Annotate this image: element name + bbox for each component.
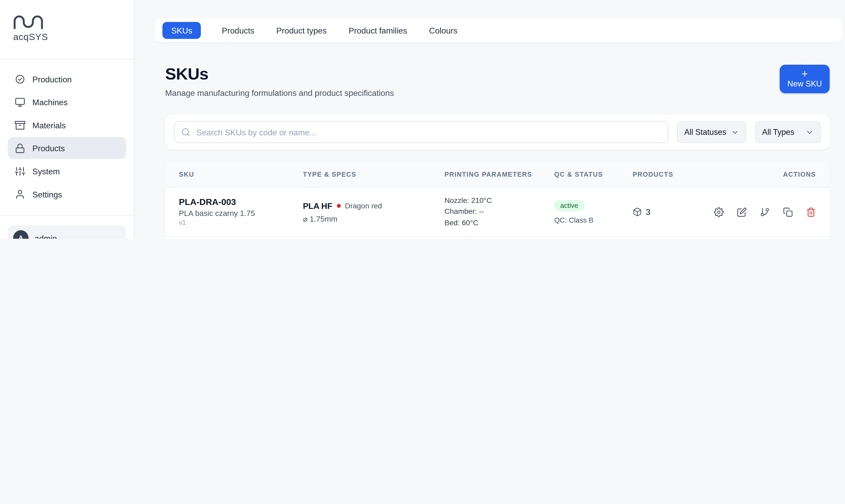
sliders-icon — [15, 166, 25, 176]
bed-temp: Bed: 60°C — [444, 217, 554, 229]
page-title: SKUs — [165, 65, 394, 84]
tab-product-families[interactable]: Product families — [347, 21, 408, 38]
column-header-type-specs: TYPE & SPECS — [303, 170, 444, 178]
nozzle-temp: Nozzle: 210°C — [444, 195, 554, 206]
search-icon — [181, 128, 190, 137]
logo: acqSYS — [0, 0, 134, 59]
copy-icon — [783, 207, 793, 217]
column-header-actions: ACTIONS — [704, 170, 816, 178]
sidebar-item-settings[interactable]: Settings — [8, 183, 126, 205]
actions-cell — [704, 207, 816, 217]
settings-gear-button[interactable] — [714, 207, 724, 217]
chevron-down-icon — [806, 128, 814, 137]
content: SKUs Manage manufacturing formulations a… — [165, 65, 830, 239]
trash-icon — [806, 207, 816, 217]
filament-diameter: ⌀ 1.75mm — [303, 214, 444, 223]
sidebar-item-label: System — [33, 166, 60, 176]
sku-code: PLA-DRA-003 — [179, 197, 303, 207]
table-header-row: SKU TYPE & SPECS PRINTING PARAMETERS QC … — [165, 162, 830, 187]
app-root: acqSYS Production Machines Materials Pro… — [0, 0, 845, 239]
sidebar-divider — [0, 215, 134, 215]
archive-box-icon — [15, 120, 25, 130]
check-circle-icon — [15, 74, 25, 84]
edit-button[interactable] — [737, 207, 747, 217]
status-filter-value: All Statuses — [684, 128, 726, 137]
type-filter-select[interactable]: All Types — [755, 121, 821, 143]
products-cell: 3 — [633, 207, 704, 217]
sidebar-item-label: Settings — [33, 190, 62, 199]
sidebar-item-production[interactable]: Production — [8, 68, 126, 90]
sku-name: PLA basic czarny 1.75 — [179, 209, 303, 218]
sidebar-item-label: Production — [33, 74, 72, 84]
main-area: SKUs Products Product types Product fami… — [134, 0, 845, 239]
type-specs-cell: PLA HF Dragon red ⌀ 1.75mm — [303, 201, 444, 223]
sidebar-item-products[interactable]: Products — [8, 137, 126, 159]
sidebar-item-label: Machines — [33, 97, 68, 107]
logo-text: acqSYS — [13, 32, 121, 42]
table-row: TPU-DRA-001 TPU RED test 1.75 v1 TPU Sho… — [165, 237, 830, 239]
sku-cell: PLA-DRA-003 PLA basic czarny 1.75 v1 — [179, 197, 303, 227]
delete-button[interactable] — [806, 207, 816, 217]
git-branch-icon — [760, 207, 770, 217]
column-header-printing-parameters: PRINTING PARAMETERS — [444, 170, 554, 178]
lock-icon — [15, 143, 25, 153]
printing-parameters-cell: Nozzle: 210°C Chamber: -- Bed: 60°C — [444, 195, 554, 229]
duplicate-button[interactable] — [783, 207, 793, 217]
plus-icon: + — [801, 69, 808, 79]
status-badge: active — [554, 200, 584, 211]
table-row: PLA-DRA-003 PLA basic czarny 1.75 v1 PLA… — [165, 187, 830, 237]
column-header-sku: SKU — [179, 170, 303, 178]
qc-status-cell: active QC: Class B — [554, 200, 633, 224]
chamber-temp: Chamber: -- — [444, 206, 554, 217]
status-filter-select[interactable]: All Statuses — [677, 121, 746, 143]
gear-icon — [714, 207, 724, 217]
sidebar-nav: Production Machines Materials Products S… — [0, 59, 134, 206]
user-name: admin — [35, 233, 57, 239]
tab-skus[interactable]: SKUs — [162, 21, 201, 38]
new-sku-button[interactable]: + New SKU — [780, 65, 830, 93]
sku-version: v1 — [179, 219, 303, 227]
sidebar-item-materials[interactable]: Materials — [8, 114, 126, 136]
sidebar-item-system[interactable]: System — [8, 160, 126, 182]
products-count: 3 — [646, 207, 651, 217]
table-body: PLA-DRA-003 PLA basic czarny 1.75 v1 PLA… — [165, 187, 830, 239]
versions-button[interactable] — [760, 207, 770, 217]
logo-squiggle-icon — [13, 14, 44, 30]
cube-icon — [633, 207, 642, 217]
sku-table: SKU TYPE & SPECS PRINTING PARAMETERS QC … — [165, 162, 830, 239]
tab-product-types[interactable]: Product types — [275, 21, 328, 38]
column-header-products: PRODUCTS — [633, 170, 704, 178]
sidebar-item-label: Materials — [33, 120, 66, 130]
user-icon — [15, 189, 25, 199]
avatar: A — [13, 230, 29, 239]
tab-colours[interactable]: Colours — [428, 21, 459, 38]
type-filter-value: All Types — [762, 128, 794, 137]
qc-class: QC: Class B — [554, 216, 633, 224]
user-chip[interactable]: A admin — [8, 225, 126, 239]
new-sku-label: New SKU — [788, 80, 822, 89]
colour-name: Dragon red — [345, 202, 382, 210]
edit-icon — [737, 207, 747, 217]
page-subtitle: Manage manufacturing formulations and pr… — [165, 88, 394, 98]
sidebar: acqSYS Production Machines Materials Pro… — [0, 0, 134, 239]
filter-bar: All Statuses All Types — [165, 114, 830, 150]
tab-bar: SKUs Products Product types Product fami… — [154, 18, 843, 42]
page-header: SKUs Manage manufacturing formulations a… — [165, 65, 830, 98]
material-type: PLA HF — [303, 201, 332, 210]
column-header-qc-status: QC & STATUS — [554, 170, 633, 178]
sidebar-item-label: Products — [33, 143, 65, 153]
search-input[interactable] — [174, 121, 668, 143]
colour-dot — [337, 204, 341, 208]
chevron-down-icon — [731, 128, 739, 137]
monitor-icon — [15, 97, 25, 107]
sidebar-item-machines[interactable]: Machines — [8, 91, 126, 113]
tab-products[interactable]: Products — [221, 21, 255, 38]
search-box — [174, 121, 668, 143]
